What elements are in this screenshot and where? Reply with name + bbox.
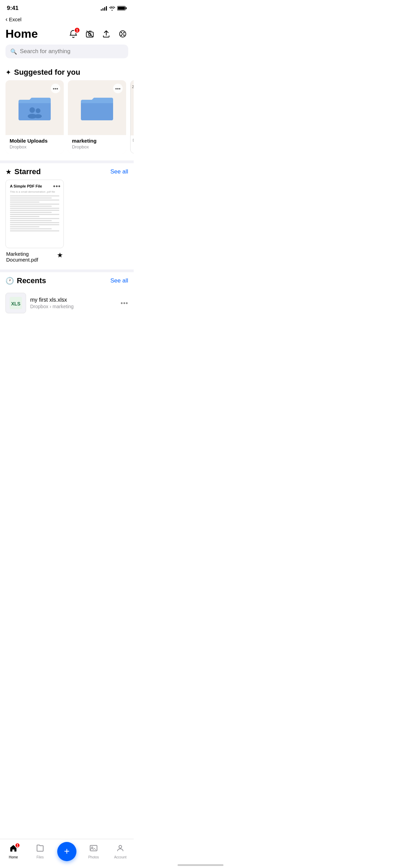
starred-header: ★ Starred See all: [0, 163, 134, 180]
pdf-line: [10, 216, 39, 217]
partial-folder-source: Dro: [133, 138, 134, 142]
pdf-line: [10, 206, 52, 207]
folder-card-inner: •••: [5, 80, 64, 135]
recents-header: 🕐 Recents See all: [0, 272, 134, 289]
folder-card-info: Mobile Uploads Dropbox: [5, 135, 64, 154]
camera-slash-icon: [85, 29, 94, 38]
wifi-icon: [109, 6, 115, 11]
divider-2: [0, 269, 134, 272]
recent-item-xlsx[interactable]: XLS my first xls.xlsx Dropbox › marketin…: [0, 289, 134, 317]
notification-badge: 1: [74, 27, 80, 33]
palette-icon: [118, 29, 127, 38]
status-icons: [101, 6, 127, 11]
pdf-line: [10, 230, 59, 231]
shared-folder-icon: [16, 93, 53, 124]
svg-point-11: [122, 33, 123, 35]
recents-section: 🕐 Recents See all XLS my first xls.xlsx …: [0, 272, 134, 317]
file-info: Marketing Document.pdf ★: [5, 251, 64, 263]
folder-card-marketing[interactable]: ••• marketing Dropbox: [68, 80, 126, 154]
upload-icon: [102, 29, 111, 38]
starred-title-row: ★ Starred: [5, 167, 41, 176]
folder-card-info-2: marketing Dropbox: [68, 135, 126, 154]
pdf-line: [10, 208, 59, 209]
pdf-line: [10, 228, 52, 229]
pdf-line: [10, 214, 59, 215]
search-icon: 🔍: [10, 48, 17, 55]
pdf-content-lines: [10, 195, 59, 231]
pdf-line: [10, 200, 59, 201]
search-input[interactable]: [20, 48, 123, 55]
pdf-title: A Simple PDF File: [10, 184, 59, 188]
folder-name-2: marketing: [72, 138, 122, 144]
folder-source-2: Dropbox: [72, 144, 122, 149]
back-label: Excel: [9, 16, 22, 22]
svg-point-15: [34, 114, 42, 118]
nav-bar: ‹ Excel: [0, 14, 134, 26]
starred-title: Starred: [14, 167, 41, 176]
svg-point-8: [123, 32, 125, 33]
starred-grid: ••• A Simple PDF File This is a small de…: [0, 180, 134, 267]
suggested-title: Suggested for you: [14, 68, 80, 77]
pdf-line: [10, 197, 52, 198]
status-time: 9:41: [7, 5, 19, 12]
file-star-button[interactable]: ★: [57, 251, 63, 259]
pdf-line: [10, 226, 39, 227]
folder-card-inner-2: •••: [68, 80, 126, 135]
search-bar[interactable]: 🔍: [5, 45, 128, 58]
tab-bar-spacer: [0, 320, 134, 351]
recents-title: Recents: [17, 276, 46, 285]
file-more-button[interactable]: •••: [53, 183, 61, 190]
recent-file-info: my first xls.xlsx Dropbox › marketing: [30, 297, 117, 309]
theme-button[interactable]: [117, 28, 128, 39]
folder-more-button-2[interactable]: •••: [113, 84, 123, 93]
svg-point-14: [36, 108, 40, 113]
star-section-icon: ★: [5, 168, 12, 176]
file-thumbnail: ••• A Simple PDF File This is a small de…: [5, 180, 64, 248]
file-name: Marketing Document.pdf: [6, 251, 57, 263]
signal-icon: [101, 6, 107, 11]
header-actions: 1: [68, 28, 128, 39]
file-card-marketing-pdf[interactable]: ••• A Simple PDF File This is a small de…: [5, 180, 64, 263]
svg-point-10: [123, 34, 125, 36]
divider-1: [0, 160, 134, 163]
header: Home 1: [0, 26, 134, 45]
folder-name: Mobile Uploads: [10, 138, 60, 144]
recent-thumbnail: XLS: [5, 293, 26, 313]
folder-card-mobile-uploads[interactable]: ••• Mobile Uploads: [5, 80, 64, 154]
recents-see-all[interactable]: See all: [110, 277, 128, 284]
folder-icon-2: [78, 93, 116, 124]
pdf-line: [10, 195, 59, 196]
pdf-line: [10, 218, 59, 219]
back-button[interactable]: ‹ Excel: [5, 16, 22, 23]
svg-text:XLS: XLS: [11, 301, 20, 306]
svg-rect-1: [126, 7, 127, 9]
suggested-section: ✦ Suggested for you •••: [0, 64, 134, 158]
camera-button[interactable]: [84, 28, 95, 39]
svg-point-12: [29, 107, 35, 113]
pdf-line: [10, 212, 52, 213]
folder-source: Dropbox: [10, 144, 60, 149]
starred-see-all[interactable]: See all: [110, 168, 128, 175]
suggested-scroll[interactable]: ••• Mobile Uploads: [0, 80, 134, 158]
recent-more-button[interactable]: •••: [121, 300, 128, 307]
partial-folder-text: 202: [132, 85, 134, 89]
svg-rect-2: [118, 7, 125, 10]
notifications-button[interactable]: 1: [68, 28, 79, 39]
suggested-title-row: ✦ Suggested for you: [5, 68, 80, 77]
starred-section: ★ Starred See all ••• A Simple PDF File …: [0, 163, 134, 267]
upload-button[interactable]: [101, 28, 112, 39]
pdf-line: [10, 220, 52, 221]
status-bar: 9:41: [0, 0, 134, 14]
svg-point-7: [121, 32, 122, 33]
search-container: 🔍: [0, 45, 134, 64]
suggested-header: ✦ Suggested for you: [0, 64, 134, 80]
folder-icon-wrap: [16, 93, 53, 124]
svg-point-9: [121, 34, 122, 36]
pdf-line: [10, 222, 59, 223]
folder-card-partial[interactable]: 202 Dro: [130, 80, 134, 154]
recent-filename: my first xls.xlsx: [30, 297, 117, 303]
sparkle-icon: ✦: [5, 68, 11, 76]
pdf-line: [10, 224, 59, 225]
folder-more-button[interactable]: •••: [51, 84, 60, 93]
battery-icon: [117, 6, 127, 11]
